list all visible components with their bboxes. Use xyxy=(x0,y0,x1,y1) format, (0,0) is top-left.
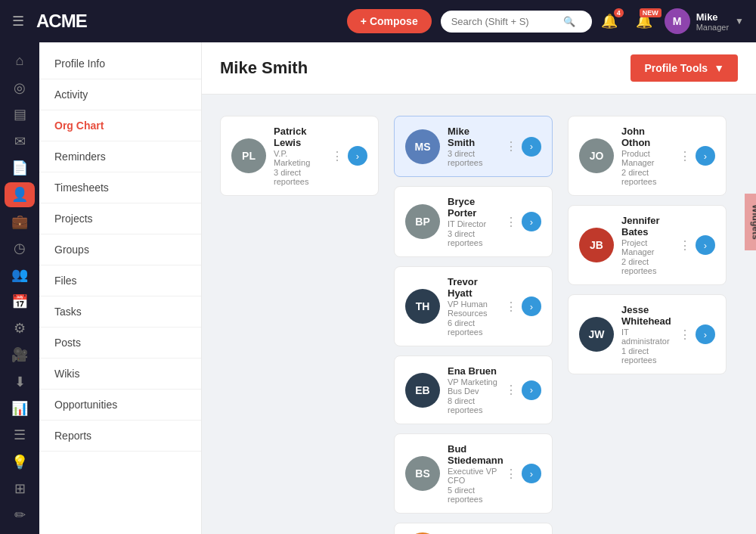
more-options-icon[interactable]: ⋮ xyxy=(505,383,517,397)
profile-tools-button[interactable]: Profile Tools ▼ xyxy=(631,54,738,82)
expand-arrow-button[interactable]: › xyxy=(522,212,541,231)
person-name: Bud Stiedemann xyxy=(448,443,497,466)
org-card[interactable]: JWJesse WhiteheadIT administrator1 direc… xyxy=(568,294,727,374)
main-layout: ⌂◎▤✉📄👤💼◷👥📅⚙🎥⬇📊☰💡⊞✏ Profile InfoActivityO… xyxy=(0,42,756,534)
avatar: JO xyxy=(579,138,614,173)
new-badge: NEW xyxy=(640,8,662,17)
icon-nav-item[interactable]: 📄 xyxy=(5,155,35,180)
sidebar-item-wikis[interactable]: Wikis xyxy=(39,359,201,390)
widgets-tab[interactable]: Widgets xyxy=(745,194,756,250)
expand-arrow-button[interactable]: › xyxy=(522,380,541,400)
person-reports: 3 direct reportees xyxy=(448,229,497,247)
icon-nav-item[interactable]: ◷ xyxy=(5,235,35,260)
icon-nav-item[interactable]: ⊞ xyxy=(5,476,35,501)
card-actions: ⋮› xyxy=(505,380,541,400)
sidebar-item-activity[interactable]: Activity xyxy=(39,79,201,110)
icon-nav-item[interactable]: ✏ xyxy=(5,503,35,528)
person-role: Product Manager xyxy=(621,149,671,167)
sidebar-item-reports[interactable]: Reports xyxy=(39,421,201,452)
more-options-icon[interactable]: ⋮ xyxy=(505,215,517,229)
card-actions: ⋮› xyxy=(505,137,541,157)
sidebar-item-profile-info[interactable]: Profile Info xyxy=(39,48,201,79)
person-role: Executive VP CFO xyxy=(448,467,497,485)
person-info: Jesse WhiteheadIT administrator1 direct … xyxy=(621,304,671,365)
top-nav: ☰ ACME + Compose 🔍 🔔 4 🔔 NEW M Mike Mana… xyxy=(0,0,756,42)
icon-nav-item[interactable]: 🎥 xyxy=(5,343,35,368)
org-card[interactable]: MSMike Smith3 direct reportees⋮› xyxy=(394,116,553,177)
person-name: John Othon xyxy=(621,126,671,148)
expand-arrow-button[interactable]: › xyxy=(696,324,715,344)
more-options-icon[interactable]: ⋮ xyxy=(505,467,517,481)
expand-arrow-button[interactable]: › xyxy=(696,235,715,255)
icon-nav-item[interactable]: 👥 xyxy=(5,262,35,287)
compose-button[interactable]: + Compose xyxy=(347,9,432,33)
sidebar-item-timesheets[interactable]: Timesheets xyxy=(39,172,201,203)
sidebar-item-org-chart[interactable]: Org Chart xyxy=(39,110,201,141)
icon-nav-item[interactable]: ✉ xyxy=(5,129,35,154)
icon-nav-item[interactable]: 💡 xyxy=(5,449,35,474)
hamburger-icon[interactable]: ☰ xyxy=(12,13,24,29)
content-header: Mike Smith Profile Tools ▼ xyxy=(202,42,756,95)
icon-nav-item[interactable]: 📅 xyxy=(5,289,35,314)
avatar: BP xyxy=(405,204,440,239)
avatar: PL xyxy=(231,138,266,173)
user-pill[interactable]: M Mike Manager ▼ xyxy=(665,8,744,34)
sidebar-item-opportunities[interactable]: Opportunities xyxy=(39,390,201,421)
card-actions: ⋮› xyxy=(679,146,715,166)
card-actions: ⋮› xyxy=(505,212,541,231)
org-card[interactable]: JBJennifer BatesProject Manager2 direct … xyxy=(568,205,727,285)
sidebar-item-projects[interactable]: Projects xyxy=(39,203,201,234)
org-card[interactable]: JOJohn OthonProduct Manager2 direct repo… xyxy=(568,116,727,196)
org-card[interactable]: THTrevor HyattVP Human Resources6 direct… xyxy=(394,266,553,346)
card-actions: ⋮› xyxy=(505,296,541,316)
more-options-icon[interactable]: ⋮ xyxy=(679,238,691,253)
sidebar-item-tasks[interactable]: Tasks xyxy=(39,296,201,328)
icon-nav-item[interactable]: 📊 xyxy=(5,396,35,421)
org-root-column: PLPatrick LewisV.P. Marketing3 direct re… xyxy=(220,116,379,196)
icon-nav-item[interactable]: ⚙ xyxy=(5,315,35,340)
icon-nav-item[interactable]: ☰ xyxy=(5,423,35,448)
more-options-icon[interactable]: ⋮ xyxy=(505,139,517,154)
card-actions: ⋮› xyxy=(505,464,541,483)
notifications-bell[interactable]: 🔔 4 xyxy=(601,13,618,29)
expand-arrow-button[interactable]: › xyxy=(522,464,541,483)
expand-arrow-button[interactable]: › xyxy=(522,137,541,157)
org-right-column: JOJohn OthonProduct Manager2 direct repo… xyxy=(568,116,727,374)
icon-nav-item[interactable]: ▤ xyxy=(5,102,35,127)
person-info: John OthonProduct Manager2 direct report… xyxy=(621,126,671,186)
card-actions: ⋮› xyxy=(679,235,715,255)
avatar: JW xyxy=(579,317,614,352)
org-card[interactable]: BSBud StiedemannExecutive VP CFO5 direct… xyxy=(394,433,553,514)
icon-nav-item[interactable]: ◎ xyxy=(5,75,35,100)
sidebar: Profile InfoActivityOrg ChartRemindersTi… xyxy=(39,42,202,534)
more-options-icon[interactable]: ⋮ xyxy=(679,149,691,163)
more-options-icon[interactable]: ⋮ xyxy=(679,328,691,342)
card-actions: ⋮› xyxy=(679,324,715,344)
person-name: Jesse Whitehead xyxy=(621,304,671,327)
search-input[interactable] xyxy=(451,16,557,27)
org-root-card[interactable]: PLPatrick LewisV.P. Marketing3 direct re… xyxy=(220,116,379,196)
expand-arrow-button[interactable]: › xyxy=(522,296,541,316)
expand-arrow-button[interactable]: › xyxy=(696,146,715,166)
icon-nav: ⌂◎▤✉📄👤💼◷👥📅⚙🎥⬇📊☰💡⊞✏ xyxy=(0,42,39,534)
avatar: TH xyxy=(405,289,440,324)
nav-icons: 🔔 4 🔔 NEW M Mike Manager ▼ xyxy=(601,8,744,34)
sidebar-item-groups[interactable]: Groups xyxy=(39,234,201,265)
sidebar-item-posts[interactable]: Posts xyxy=(39,328,201,359)
org-card[interactable]: BPBryce PorterIT Director3 direct report… xyxy=(394,186,553,257)
person-role: VP Marketing Bus Dev xyxy=(448,377,497,396)
more-options-icon[interactable]: ⋮ xyxy=(505,300,517,314)
sidebar-item-reminders[interactable]: Reminders xyxy=(39,141,201,172)
org-card[interactable]: OROswald RohanExecutive Assistant⋮ xyxy=(394,523,553,534)
person-info: Ena BruenVP Marketing Bus Dev8 direct re… xyxy=(448,365,497,414)
avatar: MS xyxy=(405,129,440,164)
expand-arrow-button[interactable]: › xyxy=(348,146,367,166)
org-card[interactable]: EBEna BruenVP Marketing Bus Dev8 direct … xyxy=(394,355,553,424)
sidebar-item-files[interactable]: Files xyxy=(39,265,201,296)
icon-nav-item[interactable]: ⌂ xyxy=(5,48,35,73)
more-options-icon[interactable]: ⋮ xyxy=(331,149,343,163)
alerts-bell[interactable]: 🔔 NEW xyxy=(636,13,652,29)
icon-nav-item[interactable]: ⬇ xyxy=(5,369,35,394)
icon-nav-item[interactable]: 👤 xyxy=(5,182,35,207)
icon-nav-item[interactable]: 💼 xyxy=(5,209,35,234)
